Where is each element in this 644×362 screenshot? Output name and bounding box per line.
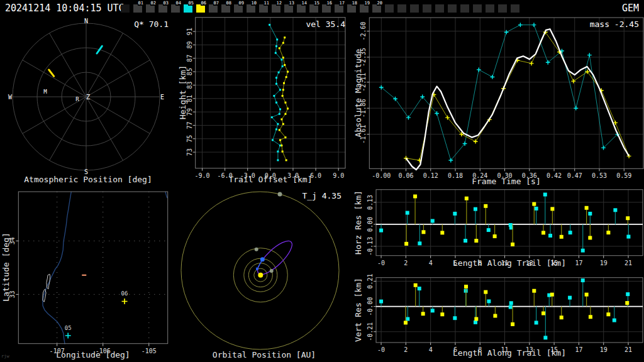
meteor-trail-05 [97, 46, 102, 53]
trail-series-station-05 [269, 24, 283, 161]
svg-text:-0.13: -0.13 [367, 237, 374, 256]
velocity-stat: vel 35.4 [306, 19, 345, 29]
svg-text:-2.60: -2.60 [360, 21, 367, 40]
mag-xlabel: Frame Time [s] [369, 177, 643, 186]
meteoroid-orbit [253, 236, 296, 279]
magnitude-panel: -0.000.060.120.180.240.300.360.420.470.5… [352, 16, 644, 185]
frame-box-05[interactable]: 05 [184, 4, 192, 13]
frame-strip: 0102030405060708091011121314151617181920 [121, 0, 530, 16]
mag-series-station-05 [379, 23, 619, 162]
svg-text:N: N [84, 18, 88, 25]
frame-box-19[interactable]: 19 [360, 4, 369, 13]
mass-stat: mass -2.45 [590, 19, 639, 29]
map-ylabel: Latitude [deg] [1, 233, 11, 302]
lake-outline-1 [43, 289, 46, 302]
frame-number: 17 [339, 1, 345, 6]
frame-number: 07 [213, 1, 219, 6]
svg-text:0.00: 0.00 [367, 217, 374, 232]
vert-ylabel: Vert Res [km] [353, 278, 363, 342]
svg-text:87: 87 [186, 55, 193, 62]
frame-box-03[interactable]: 03 [158, 4, 167, 13]
frame-number: 13 [289, 1, 295, 6]
frame-box-extra-6[interactable] [448, 4, 457, 13]
frame-box-10[interactable]: 10 [247, 4, 255, 13]
horz-grid [376, 190, 643, 256]
trail-tick-labels: -9.0-6.0-3.00.03.06.09.07375777981838587… [186, 28, 344, 179]
frame-number: 09 [238, 1, 245, 6]
jupiter-marker [278, 192, 282, 197]
sky-title: Atmospheric Position [deg] [0, 175, 176, 184]
frame-box-extra-8[interactable] [473, 4, 482, 13]
frame-box-extra-10[interactable] [498, 4, 507, 13]
frame-box-01[interactable]: 01 [133, 4, 142, 13]
vert-residuals-panel: -024681113151719210.21-0.00-0.21 Length … [352, 270, 644, 362]
tisserand-stat: T_j 4.35 [302, 191, 341, 200]
frame-box-08[interactable]: 08 [221, 4, 230, 13]
frame-number: 20 [377, 1, 383, 6]
frame-box-17[interactable]: 17 [335, 4, 343, 13]
frame-box-11[interactable]: 11 [259, 4, 268, 13]
frame-box-blank[interactable] [121, 4, 130, 13]
frame-number: 02 [150, 1, 157, 6]
frame-box-12[interactable]: 12 [272, 4, 280, 13]
frame-box-extra-3[interactable] [410, 4, 419, 13]
earth-marker [260, 257, 265, 261]
trail-ylabel: Height [km] [178, 65, 187, 119]
horz-xlabel: Length Along Trail [km] [376, 258, 643, 268]
frame-box-extra-11[interactable] [511, 4, 519, 13]
svg-text:0.13: 0.13 [367, 195, 374, 210]
svg-text:73: 73 [186, 148, 193, 156]
svg-text:06: 06 [121, 290, 128, 297]
map-xlabel: Longitude [deg] [18, 350, 168, 359]
svg-text:05: 05 [65, 325, 72, 331]
frame-box-18[interactable]: 18 [347, 4, 356, 13]
frame-box-06[interactable]: 06 [196, 4, 205, 13]
orbit-title: Orbital Position [AU] [176, 350, 352, 359]
frame-box-extra-2[interactable] [397, 4, 406, 13]
meteor-trail-06 [49, 70, 54, 76]
frame-box-09[interactable]: 09 [234, 4, 243, 13]
map-frame [18, 192, 167, 344]
svg-text:89: 89 [186, 41, 193, 48]
frame-box-16[interactable]: 16 [322, 4, 331, 13]
frame-box-14[interactable]: 14 [297, 4, 306, 13]
horz-residuals-chart: -024681113151719210.130.00-0.13 [352, 185, 644, 270]
frame-box-20[interactable]: 20 [372, 4, 381, 13]
magnitude-chart: -0.000.060.120.180.240.300.360.420.470.5… [352, 16, 644, 185]
station-05-marker: 05 [65, 325, 72, 339]
trail-offset-chart: -9.0-6.0-3.00.03.06.09.07375777981838587… [176, 16, 352, 185]
top-bar: 20241214 10:04:15 UTC 010203040506070809… [0, 0, 644, 16]
svg-text:75: 75 [186, 135, 193, 143]
svg-text:W: W [8, 94, 13, 101]
frame-number: 14 [301, 1, 308, 6]
frame-number: 18 [352, 1, 358, 6]
frame-box-04[interactable]: 04 [171, 4, 180, 13]
mars-marker [255, 248, 258, 251]
svg-text:-0.21: -0.21 [367, 322, 374, 341]
frame-number: 19 [364, 1, 370, 6]
frame-box-13[interactable]: 13 [284, 4, 293, 13]
horz-residuals-panel: -024681113151719210.130.00-0.13 Length A… [352, 185, 644, 270]
frame-box-extra-4[interactable] [423, 4, 431, 13]
vert-series-station-06 [404, 283, 629, 326]
sky-polar-chart: NESWZRM [0, 16, 176, 185]
meteor-dashboard: 20241214 10:04:15 UTC 010203040506070809… [0, 0, 644, 362]
map-features: 0506 [43, 192, 167, 344]
trail-series-station-06 [279, 36, 289, 161]
frame-box-extra-9[interactable] [486, 4, 494, 13]
frame-number: 15 [314, 1, 320, 6]
frame-box-15[interactable]: 15 [309, 4, 318, 13]
frame-box-extra-7[interactable] [460, 4, 469, 13]
frame-number: 01 [138, 1, 144, 6]
vert-xlabel: Length Along Trail [km] [376, 348, 643, 358]
frame-box-extra-5[interactable] [435, 4, 444, 13]
svg-text:0.21: 0.21 [367, 273, 374, 288]
trail-offset-panel: -9.0-6.0-3.00.03.06.09.07375777981838587… [176, 16, 352, 185]
ground-map-panel: 0506-107-106-1053433 Longitude [deg] Lat… [0, 185, 176, 362]
frame-box-02[interactable]: 02 [146, 4, 155, 13]
mag-series-station-06 [404, 30, 631, 163]
frame-box-extra-1[interactable] [385, 4, 394, 13]
orbital-position-panel: T_j 4.35 Orbital Position [AU] [176, 185, 352, 362]
frame-box-07[interactable]: 07 [209, 4, 218, 13]
river-line-2 [165, 192, 167, 198]
